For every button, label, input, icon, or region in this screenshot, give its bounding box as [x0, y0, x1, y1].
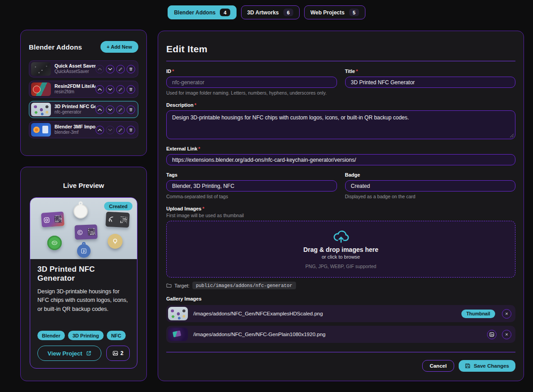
tags-help-text: Comma-separated list of tags: [166, 194, 337, 199]
page: Blender Addons 4 3D Artworks 6 Web Proje…: [0, 0, 533, 392]
edit-item-panel: Edit Item ID* Used for image folder nami…: [158, 31, 524, 381]
tab-count-badge: 4: [220, 9, 230, 16]
move-down-button[interactable]: [106, 65, 114, 73]
chevron-up-icon: [98, 128, 102, 132]
tab-label: 3D Artworks: [247, 9, 279, 16]
addon-thumbnail: [31, 62, 51, 76]
facebook-icon: [81, 248, 87, 254]
move-down-button[interactable]: [106, 126, 114, 134]
chevron-down-icon: [108, 67, 112, 71]
dropzone-title: Drag & drop images here: [303, 246, 378, 253]
list-item-resin2fdm[interactable]: Resin2FDM Lite/Adv... resin2fdm: [29, 81, 138, 98]
edit-button[interactable]: [116, 65, 125, 73]
image-count-value: 2: [120, 350, 123, 356]
trash-icon: [129, 128, 133, 132]
move-up-button[interactable]: [96, 105, 104, 114]
move-up-button[interactable]: [96, 126, 104, 134]
gallery-row: /images/addons/NFC_Gen/NFCExamplesHDScal…: [166, 305, 515, 322]
folder-icon: [166, 283, 172, 288]
created-badge: Created: [104, 202, 132, 210]
delete-button[interactable]: [127, 126, 135, 134]
chevron-down-icon: [108, 87, 112, 91]
description-textarea[interactable]: Design 3D-printable housings for NFC chi…: [166, 110, 515, 139]
upload-help-text: First image will be used as thumbnail: [166, 213, 515, 218]
add-new-button[interactable]: + Add New: [100, 41, 138, 53]
addon-title: Quick Asset Saver: [55, 63, 96, 69]
set-thumbnail-button[interactable]: [487, 330, 497, 339]
image-count-badge[interactable]: 2: [106, 346, 130, 361]
id-input[interactable]: [166, 77, 337, 88]
badge-input[interactable]: [345, 180, 516, 191]
addon-slug: QuickAssetSaver: [55, 69, 96, 75]
edit-button[interactable]: [116, 85, 125, 94]
gallery-row: /images/addons/NFC_Gen/NFC-GenPlain1080x…: [166, 326, 515, 343]
tab-web-projects[interactable]: Web Projects 5: [304, 5, 365, 19]
tags-field-group: Tags Comma-separated list of tags: [166, 172, 337, 199]
external-link-input[interactable]: [166, 154, 515, 165]
addon-thumbnail: [31, 103, 51, 116]
chevron-up-icon: [98, 108, 102, 112]
title-input[interactable]: [345, 77, 516, 88]
move-up-button[interactable]: [96, 65, 104, 73]
panel-title: Blender Addons: [29, 43, 82, 51]
tags-input[interactable]: [166, 180, 337, 191]
upload-label: Upload Images*: [166, 206, 515, 211]
edit-button[interactable]: [116, 105, 125, 114]
save-icon: [465, 363, 470, 369]
addon-title: 3D Printed NFC Gene...: [55, 104, 96, 109]
required-marker: *: [356, 68, 358, 74]
tab-blender-addons[interactable]: Blender Addons 4: [168, 5, 236, 19]
preview-tags: Blender 3D Printing NFC: [37, 331, 126, 340]
delete-button[interactable]: [127, 105, 135, 114]
nfc-disc-lightbulb: [108, 234, 123, 249]
preview-card-description: Design 3D-printable housings for NFC chi…: [37, 287, 130, 314]
image-icon: [113, 351, 118, 356]
nfc-card-instagram: [41, 211, 64, 227]
edit-button[interactable]: [116, 126, 125, 134]
delete-button[interactable]: [127, 65, 135, 73]
gallery-thumbnail: [168, 307, 188, 320]
badge-field-group: Badge Displayed as a badge on the card: [345, 172, 516, 199]
cancel-button[interactable]: Cancel: [422, 360, 455, 372]
move-up-button[interactable]: [96, 85, 104, 94]
pencil-icon: [118, 87, 123, 91]
required-marker: *: [198, 146, 200, 151]
list-item-quick-asset-saver[interactable]: Quick Asset Saver QuickAssetSaver: [29, 60, 138, 77]
badge-label: Badge: [345, 172, 516, 178]
upload-target-row: Target: public/images/addons/nfc-generat…: [166, 282, 515, 289]
copyright-icon: [77, 229, 83, 235]
tab-label: Web Projects: [310, 9, 345, 16]
chevron-down-icon: [108, 108, 112, 112]
delete-button[interactable]: [127, 85, 135, 94]
required-marker: *: [195, 102, 196, 108]
list-item-blender-3mf[interactable]: Blender 3MF Import/... blender-3mf: [29, 121, 138, 138]
tab-count-badge: 6: [283, 9, 293, 16]
pencil-icon: [118, 108, 123, 112]
tab-3d-artworks[interactable]: 3D Artworks 6: [241, 5, 300, 19]
addon-title: Blender 3MF Import/...: [55, 124, 96, 130]
live-preview-panel: Live Preview: [20, 167, 147, 381]
badge-help-text: Displayed as a badge on the card: [345, 194, 516, 199]
nfc-tag-ring: [82, 242, 86, 246]
id-label: ID*: [166, 68, 337, 74]
cloud-upload-icon: [333, 229, 350, 243]
save-changes-button[interactable]: Save Changes: [459, 360, 515, 372]
list-item-nfc-generator[interactable]: 3D Printed NFC Gene... nfc-generator: [29, 101, 138, 118]
remove-image-button[interactable]: ×: [502, 330, 511, 339]
image-dropzone[interactable]: Drag & drop images here or click to brow…: [166, 221, 515, 278]
dropzone-subtitle: or click to browse: [322, 254, 360, 260]
image-icon: [489, 332, 494, 337]
trash-icon: [129, 108, 133, 112]
view-project-button[interactable]: View Project: [37, 346, 101, 361]
move-down-button[interactable]: [106, 105, 114, 114]
description-field-group: Description* Design 3D-printable housing…: [166, 102, 515, 139]
tag-pill: NFC: [107, 331, 126, 340]
tags-label: Tags: [166, 172, 337, 178]
external-link-field-group: External Link*: [166, 146, 515, 165]
gallery-image-path: /images/addons/NFC_Gen/NFC-GenPlain1080x…: [193, 332, 482, 337]
remove-image-button[interactable]: ×: [502, 309, 511, 319]
required-marker: *: [172, 68, 174, 74]
divider: [166, 352, 515, 352]
id-help-text: Used for image folder naming. Letters, n…: [166, 90, 337, 96]
move-down-button[interactable]: [106, 85, 114, 94]
